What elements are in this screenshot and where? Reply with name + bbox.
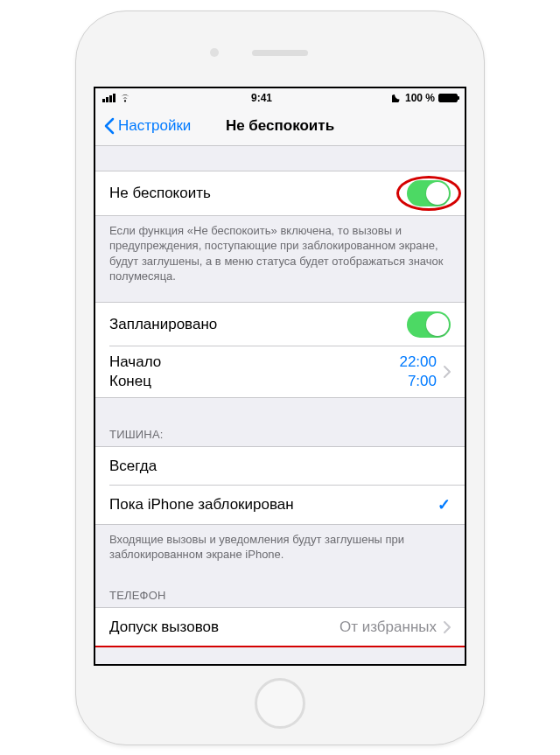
battery-icon bbox=[438, 94, 458, 102]
back-button[interactable]: Настройки bbox=[104, 117, 191, 135]
dnd-footer-text: Если функция «Не беспокоить» включена, т… bbox=[95, 216, 465, 291]
allow-calls-label: Допуск вызовов bbox=[109, 619, 340, 636]
row-scheduled-toggle[interactable]: Запланировано bbox=[95, 303, 465, 346]
scheduled-toggle[interactable] bbox=[407, 311, 451, 338]
front-camera bbox=[210, 48, 219, 57]
chevron-left-icon bbox=[104, 117, 115, 135]
row-allow-calls[interactable]: Допуск вызовов От избранных bbox=[95, 608, 465, 647]
wifi-icon bbox=[119, 93, 131, 102]
status-bar: 9:41 100 % bbox=[95, 88, 465, 108]
silence-header: ТИШИНА: bbox=[95, 423, 465, 446]
dnd-toggle[interactable] bbox=[407, 180, 451, 206]
allow-calls-value: От избранных bbox=[340, 619, 437, 636]
moon-icon bbox=[392, 93, 402, 102]
home-button[interactable] bbox=[255, 678, 305, 729]
schedule-start-label: Начало bbox=[109, 353, 399, 371]
row-silence-always[interactable]: Всегда bbox=[95, 447, 465, 486]
schedule-end-label: Конец bbox=[109, 373, 408, 390]
checkmark-icon: ✓ bbox=[438, 495, 451, 514]
navigation-bar: Настройки Не беспокоить bbox=[95, 108, 465, 146]
device-screen: 9:41 100 % Настройки Не беспокоить bbox=[94, 87, 466, 666]
silence-always-label: Всегда bbox=[109, 458, 451, 475]
page-title: Не беспокоить bbox=[226, 117, 334, 135]
back-label: Настройки bbox=[118, 117, 191, 135]
dnd-toggle-label: Не беспокоить bbox=[109, 185, 407, 202]
chevron-right-icon bbox=[444, 621, 451, 633]
silence-locked-label: Пока iPhone заблокирован bbox=[109, 496, 438, 514]
earpiece bbox=[252, 50, 308, 56]
chevron-right-icon bbox=[444, 366, 451, 378]
status-time: 9:41 bbox=[131, 92, 392, 104]
schedule-start-value: 22:00 bbox=[399, 353, 437, 371]
settings-content[interactable]: Не беспокоить Если функция «Не беспокоит… bbox=[95, 146, 465, 664]
iphone-frame: 9:41 100 % Настройки Не беспокоить bbox=[75, 10, 485, 745]
scheduled-label: Запланировано bbox=[109, 316, 407, 333]
silence-footer-text: Входящие вызовы и уведомления будут загл… bbox=[95, 525, 465, 570]
schedule-end-value: 7:00 bbox=[408, 373, 437, 390]
row-silence-locked[interactable]: Пока iPhone заблокирован ✓ bbox=[95, 486, 465, 524]
battery-percent: 100 % bbox=[405, 92, 435, 104]
phone-header: ТЕЛЕФОН bbox=[95, 584, 465, 607]
signal-bars-icon bbox=[102, 94, 116, 102]
row-dnd-toggle[interactable]: Не беспокоить bbox=[95, 171, 465, 215]
row-schedule-time[interactable]: Начало 22:00 Конец 7:00 bbox=[95, 346, 465, 397]
